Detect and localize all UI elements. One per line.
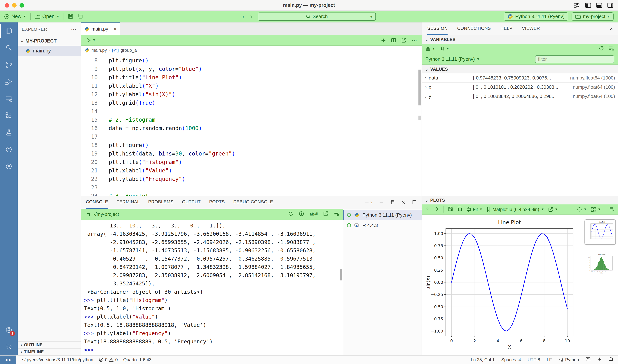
values-section-header[interactable]: ⌄ VALUES (422, 65, 618, 73)
activity-search-button[interactable] (0, 39, 18, 56)
plot-thumbnail-line[interactable]: Line Plot (584, 219, 616, 245)
variables-view-mode-button[interactable]: ▼ (426, 46, 435, 51)
timeline-section[interactable]: ›TIMELINE (18, 348, 81, 355)
toggle-panel-icon[interactable] (596, 3, 602, 8)
indentation-status[interactable]: Spaces: 4 (501, 357, 521, 362)
console-scrollbar-thumb[interactable] (340, 269, 342, 280)
cursor-position[interactable]: Ln 25, Col 1 (471, 357, 494, 362)
restore-panel-button[interactable] (390, 200, 395, 205)
breadcrumb-symbol[interactable]: group_a (121, 48, 137, 53)
split-editor-button[interactable] (391, 38, 396, 43)
new-button[interactable]: New▼ (4, 14, 26, 19)
toggle-sidebar-icon[interactable] (585, 3, 591, 8)
variable-row-data[interactable]: ›data[-0.97448233,-0.75009923,-0.9076...… (422, 73, 618, 83)
export-console-button[interactable] (323, 211, 328, 218)
code-editor[interactable]: 8plt.figure()9plt.plot(x, y, color="blue… (81, 55, 422, 196)
editor-more-actions-icon[interactable]: ⋯ (412, 37, 417, 43)
assistant-button[interactable] (381, 38, 386, 43)
copy-plot-button[interactable] (457, 206, 462, 213)
right-panel-tab-session[interactable]: SESSION (427, 23, 448, 35)
panel-tab-console[interactable]: CONSOLE (86, 196, 108, 209)
problems-status[interactable]: 0 0 (99, 357, 118, 362)
workspace-selector-button[interactable]: my-project ∨ (572, 12, 614, 21)
tab-main-py[interactable]: main.py × (81, 23, 120, 35)
variables-filter-input[interactable] (535, 55, 614, 63)
assistant-status-icon[interactable] (597, 357, 602, 363)
chevron-right-icon[interactable]: › (425, 85, 426, 90)
clear-console-button[interactable] (334, 211, 339, 218)
activity-github-button[interactable] (0, 158, 18, 175)
panel-tab-terminal[interactable]: TERMINAL (117, 196, 140, 209)
console-info-button[interactable] (299, 211, 304, 218)
toggle-secondary-sidebar-icon[interactable] (607, 3, 613, 8)
panel-tab-ports[interactable]: PORTS (209, 196, 225, 209)
quarto-version[interactable]: Quarto: 1.6.43 (123, 357, 151, 362)
file-item-main.py[interactable]: main.py (18, 46, 81, 56)
open-in-new-window-button[interactable] (401, 38, 406, 43)
plots-section-header[interactable]: ⌄ PLOTS (422, 196, 618, 205)
close-panel-button[interactable] (401, 200, 406, 205)
customize-layout-icon[interactable] (574, 3, 580, 8)
panel-tab-problems[interactable]: PROBLEMS (148, 196, 173, 209)
explorer-more-actions-icon[interactable]: ⋯ (71, 26, 77, 33)
close-tab-icon[interactable]: × (114, 26, 117, 32)
language-status[interactable]: Python (559, 357, 579, 362)
eol-status[interactable]: LF (547, 357, 552, 362)
activity-settings-button[interactable] (0, 338, 18, 355)
panel-tab-output[interactable]: OUTPUT (182, 196, 201, 209)
fit-plot-button[interactable]: Fit ▼ (466, 207, 482, 212)
right-panel-tab-connections[interactable]: CONNECTIONS (457, 23, 491, 35)
plot-thumbnail-histogram[interactable]: Histogram020406080100-4-3-2-10123Value (586, 253, 614, 275)
word-wrap-button[interactable]: ab⏎ (310, 212, 318, 217)
minimize-panel-button[interactable] (379, 200, 384, 205)
variable-row-y[interactable]: ›y[ 0. , 0.10083842, 0.20064886, 0.298..… (422, 92, 618, 101)
refresh-variables-button[interactable] (599, 46, 604, 52)
feedback-icon[interactable] (586, 357, 591, 363)
activity-account-button[interactable]: 1 (0, 322, 18, 338)
right-panel-tab-help[interactable]: HELP (500, 23, 512, 35)
activity-debug-button[interactable] (0, 73, 18, 90)
console-output[interactable]: 13., 10., 3., 3., 0., 1.]), array([-4.16… (81, 220, 343, 355)
export-plot-button[interactable]: ▼ (548, 207, 558, 212)
panel-tab-debug-console[interactable]: DEBUG CONSOLE (233, 196, 273, 209)
remote-indicator[interactable]: >< (0, 355, 16, 364)
activity-publish-button[interactable] (0, 141, 18, 158)
variables-session-selector[interactable]: Python 3.11.11 (Pyenv) (426, 56, 475, 62)
interpreter-selector-button[interactable]: Python 3.11.11 (Pyenv) (504, 12, 568, 21)
explorer-root-folder[interactable]: ⌄ MY-PROJECT (18, 36, 81, 46)
previous-plot-button[interactable] (425, 206, 430, 213)
activity-source-control-button[interactable] (0, 56, 18, 73)
outline-section[interactable]: ›OUTLINE (18, 341, 81, 348)
python-interpreter-path[interactable]: ~/.pyenv/versions/3.11.11/bin/python (22, 357, 93, 362)
encoding-status[interactable]: UTF-8 (528, 357, 540, 362)
global-search-input[interactable]: Search ∨ (258, 13, 376, 21)
clear-plots-button[interactable] (609, 206, 615, 213)
new-console-button[interactable]: ∨ (364, 200, 372, 205)
session-item-r[interactable]: R 4.4.3 (343, 220, 422, 230)
open-button[interactable]: Open▼ (35, 14, 59, 19)
breadcrumb-file[interactable]: main.py (91, 48, 107, 53)
plot-layout-button[interactable]: ▼ (591, 207, 601, 212)
run-file-button[interactable]: ▼ (85, 38, 96, 43)
save-plot-button[interactable] (448, 206, 453, 213)
variables-section-header[interactable]: ⌄ VARIABLES (422, 35, 618, 44)
activity-remote-explorer-button[interactable] (0, 90, 18, 107)
notifications-bell-icon[interactable] (609, 357, 614, 363)
activity-testing-button[interactable] (0, 124, 18, 141)
navigate-back-button[interactable]: ‹ (242, 13, 245, 20)
save-all-button[interactable] (77, 13, 83, 20)
save-button[interactable] (68, 13, 73, 20)
close-right-panel-icon[interactable]: × (609, 26, 613, 32)
variable-row-x[interactable]: ›x[ 0. , 0.1010101 , 0.2020202 , 0.30303… (422, 83, 618, 92)
restart-console-button[interactable] (288, 211, 293, 218)
right-panel-tab-viewer[interactable]: VIEWER (522, 23, 540, 35)
activity-extensions-button[interactable] (0, 107, 18, 124)
next-plot-button[interactable] (434, 206, 439, 213)
activity-explorer-button[interactable] (0, 23, 18, 39)
plot-size-button[interactable]: Matplotlib (6.4in×4.8in) ▼ (487, 207, 544, 212)
session-item-python[interactable]: Python 3.11.11 (Pyenv) (343, 210, 422, 220)
chevron-right-icon[interactable]: › (425, 76, 426, 81)
navigate-forward-button[interactable]: › (250, 13, 252, 20)
editor-scrollbar-thumb[interactable] (418, 70, 421, 105)
plot-theme-button[interactable]: ▼ (577, 207, 587, 212)
